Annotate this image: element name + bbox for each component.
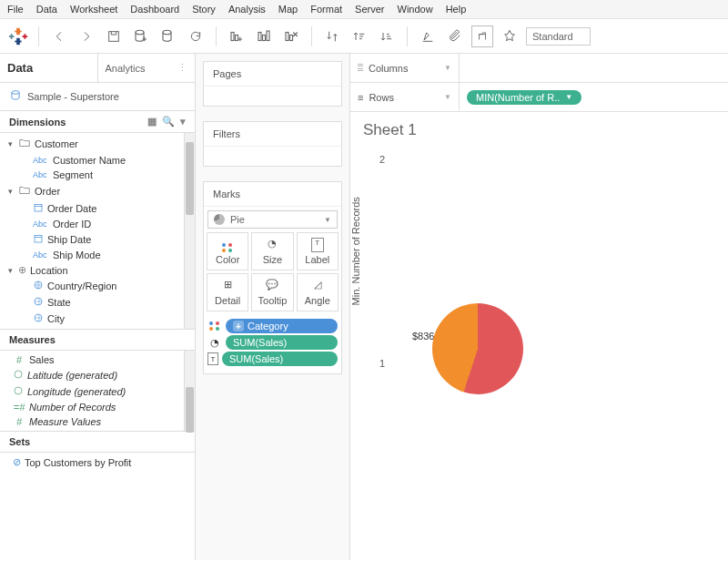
menu-dashboard[interactable]: Dashboard	[130, 4, 179, 15]
pages-card[interactable]: Pages	[203, 61, 342, 107]
pill-sum-sales-label[interactable]: TSUM(Sales)	[207, 352, 338, 366]
datasource-item[interactable]: Sample - Superstore	[0, 83, 195, 110]
menu-window[interactable]: Window	[398, 4, 433, 15]
svg-rect-11	[231, 32, 234, 40]
color-icon	[209, 321, 220, 331]
datasource-icon	[9, 89, 22, 104]
label-icon: T	[207, 352, 218, 365]
field-sales[interactable]: #Sales	[0, 352, 195, 367]
save-button[interactable]	[103, 26, 125, 47]
date-icon	[33, 202, 44, 215]
rows-pill[interactable]: MIN(Number of R..▼	[467, 90, 581, 105]
mark-detail[interactable]: ⊞Detail	[207, 273, 248, 311]
clear-button[interactable]	[280, 26, 302, 47]
tab-data[interactable]: Data	[0, 54, 97, 82]
search-icon[interactable]: 🔍	[162, 116, 175, 128]
sort-asc-button[interactable]	[349, 26, 370, 47]
columns-shelf[interactable]: ⦙⦙⦙Columns▼	[350, 54, 728, 83]
refresh-button[interactable]	[157, 26, 179, 47]
size-icon: ◔	[207, 336, 222, 349]
field-measure-values[interactable]: #Measure Values	[0, 414, 195, 429]
globe-icon	[13, 369, 24, 382]
menu-data[interactable]: Data	[36, 4, 57, 15]
date-icon	[33, 233, 44, 246]
label-toggle-button[interactable]	[471, 26, 493, 47]
filters-card[interactable]: Filters	[203, 121, 342, 167]
field-top-customers[interactable]: ⊘Top Customers by Profit	[0, 454, 195, 470]
field-latitude[interactable]: Latitude (generated)	[0, 367, 195, 383]
tooltip-icon: 💬	[254, 279, 290, 293]
swap-button[interactable]	[321, 26, 343, 47]
field-num-records[interactable]: =#Number of Records	[0, 400, 195, 414]
scrollbar[interactable]	[184, 351, 195, 431]
field-order-id[interactable]: AbcOrder ID	[0, 217, 195, 231]
folder-icon	[18, 184, 31, 199]
menu-help[interactable]: Help	[446, 4, 467, 15]
angle-icon: ◿	[299, 279, 336, 293]
sheet-title[interactable]: Sheet 1	[350, 112, 728, 148]
folder-location[interactable]: ▾⊕Location	[0, 262, 195, 278]
folder-order[interactable]: ▾Order	[0, 182, 195, 200]
mark-label[interactable]: TLabel	[297, 232, 339, 270]
pin-button[interactable]	[499, 26, 521, 47]
field-segment[interactable]: AbcSegment	[0, 168, 195, 182]
field-city[interactable]: City	[0, 311, 195, 327]
mark-tooltip[interactable]: 💬Tooltip	[251, 273, 293, 311]
mark-type-select[interactable]: Pie▼	[207, 210, 338, 229]
field-customer-name[interactable]: AbcCustomer Name	[0, 153, 195, 168]
svg-point-25	[15, 387, 22, 394]
menu-server[interactable]: Server	[355, 4, 384, 15]
forward-button[interactable]	[76, 26, 97, 47]
field-country[interactable]: Country/Region	[0, 278, 195, 294]
back-button[interactable]	[48, 26, 70, 47]
fit-mode-select[interactable]: Standard	[526, 27, 591, 46]
pie-chart[interactable]	[432, 303, 523, 394]
new-sheet-button[interactable]	[226, 26, 248, 47]
menu-format[interactable]: Format	[310, 4, 342, 15]
svg-rect-3	[9, 36, 14, 37]
field-longitude[interactable]: Longitude (generated)	[0, 383, 195, 400]
svg-point-24	[15, 371, 22, 378]
folder-icon	[18, 137, 31, 151]
data-pane: Data Analytics⋮ Sample - Superstore Dime…	[0, 54, 196, 560]
menu-map[interactable]: Map	[278, 4, 298, 15]
field-ship-mode[interactable]: AbcShip Mode	[0, 248, 195, 262]
sort-desc-button[interactable]	[376, 26, 398, 47]
new-datasource-button[interactable]	[130, 26, 152, 47]
mark-size[interactable]: ◔Size	[251, 232, 293, 270]
mark-angle[interactable]: ◿Angle	[297, 273, 339, 311]
field-ship-date[interactable]: Ship Date	[0, 231, 195, 248]
field-order-date[interactable]: Order Date	[0, 200, 195, 217]
menu-analysis[interactable]: Analysis	[228, 4, 266, 15]
field-state[interactable]: State	[0, 294, 195, 311]
measures-header: Measures	[0, 329, 195, 351]
svg-rect-1	[15, 30, 21, 32]
tableau-logo-icon[interactable]	[7, 26, 29, 47]
autoupdate-button[interactable]	[185, 26, 207, 47]
svg-rect-19	[35, 205, 42, 212]
menu-worksheet[interactable]: Worksheet	[70, 4, 117, 15]
pill-sum-sales-size[interactable]: ◔SUM(Sales)	[207, 335, 338, 350]
svg-rect-14	[263, 35, 266, 40]
dimensions-tree: ▾Customer AbcCustomer Name AbcSegment ▾O…	[0, 133, 195, 329]
pill-category[interactable]: +Category	[207, 319, 338, 333]
view-toggle-icon[interactable]: ▦	[147, 116, 157, 128]
menu-bar[interactable]: File Data Worksheet Dashboard Story Anal…	[0, 0, 728, 19]
menu-file[interactable]: File	[7, 4, 24, 15]
highlight-button[interactable]	[417, 26, 439, 47]
chart-area[interactable]: Min. Number of Records 2 1 $836,154	[350, 148, 728, 560]
y-tick: 2	[379, 154, 385, 165]
duplicate-button[interactable]	[253, 26, 275, 47]
separator	[38, 26, 39, 46]
menu-story[interactable]: Story	[192, 4, 216, 15]
mark-color[interactable]: Color	[207, 232, 248, 270]
tab-analytics[interactable]: Analytics⋮	[97, 54, 196, 82]
pie-icon	[214, 214, 225, 225]
menu-icon[interactable]: ▾	[180, 116, 186, 128]
y-tick: 1	[379, 358, 385, 369]
folder-customer[interactable]: ▾Customer	[0, 135, 195, 153]
attach-button[interactable]	[444, 26, 466, 47]
rows-shelf[interactable]: ≡Rows▼ MIN(Number of R..▼	[350, 83, 728, 112]
scrollbar[interactable]	[184, 133, 195, 329]
detail-icon: ⊞	[209, 279, 246, 293]
